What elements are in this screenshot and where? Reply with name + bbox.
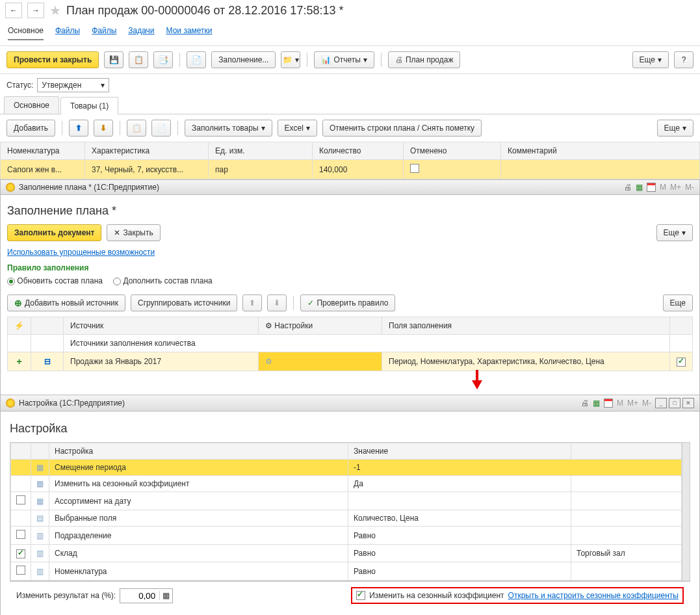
setting-row[interactable]: ▦ Изменить на сезонный коэффициент Да [11,476,682,492]
minimize-button[interactable]: _ [655,398,667,408]
col-cancelled[interactable]: Отменено [404,142,501,160]
col-setting-value[interactable]: Значение [348,443,571,460]
move-up-button[interactable]: ⬆ [69,120,88,137]
copy-row-button[interactable]: 📋 [127,120,146,137]
source-name[interactable]: Продажи за Январь 2017 [64,352,259,371]
setting-checkbox[interactable] [16,566,25,575]
m-plus-button[interactable]: M+ [670,183,681,192]
cell-char[interactable]: 37, Черный, 7, искусств... [85,160,209,179]
calc-icon[interactable]: ▦ [636,183,643,192]
copy-button[interactable]: 📑 [153,51,173,68]
m-plus-button[interactable]: M+ [627,399,638,408]
m-button[interactable]: M [617,399,623,408]
col-num[interactable]: ⚡ [8,317,31,335]
post-button[interactable]: 📋 [129,51,148,68]
paste-row-button[interactable]: 📄 [151,120,171,137]
setting-row[interactable]: ▦ Смещение периода -1 [11,460,682,476]
add-source-button[interactable]: ⊕ Добавить новый источник [7,294,125,311]
setting-checkbox[interactable] [16,549,25,558]
fill-button[interactable]: Заполнение... [211,51,276,68]
setting-row[interactable]: ▥ Склад Равно Торговый зал [11,545,682,562]
cell-comment[interactable] [501,160,700,179]
calc-icon[interactable]: ▦ [593,399,600,408]
setting-row[interactable]: ▦ Ассортимент на дату [11,492,682,510]
col-char[interactable]: Характеристика [85,142,209,160]
add-row-button[interactable]: Добавить [6,120,55,137]
based-on-button[interactable]: 📁 ▾ [281,51,300,68]
status-combo[interactable]: Утвержден▾ [37,78,109,92]
col-source[interactable]: Источник [64,317,259,335]
fill-goods-button[interactable]: Заполнить товары ▾ [185,120,272,137]
help-button[interactable]: ? [674,51,694,68]
post-and-close-button[interactable]: Провести и закрыть [6,51,99,68]
src-up-button[interactable]: ⬆ [242,294,262,311]
simple-mode-link[interactable]: Использовать упрощенные возможности [7,248,155,257]
collapse-icon[interactable]: ⊟ [44,357,51,366]
print-plan-button[interactable]: 🖨 План продаж [388,51,461,68]
col-qty[interactable]: Количество [313,142,404,160]
print-icon[interactable]: 🖨 [581,399,589,408]
radio-update[interactable]: Обновить состав плана [7,276,103,285]
cell-nomen[interactable]: Сапоги жен в... [1,160,85,179]
col-comment[interactable]: Комментарий [501,142,700,160]
source-checkbox[interactable] [677,358,686,367]
setting-checkbox[interactable] [16,530,25,539]
section-main[interactable]: Основное [8,26,44,40]
col-nomen[interactable]: Номенклатура [1,142,85,160]
spinner-icon[interactable]: ▦ [159,591,172,600]
src-down-button[interactable]: ⬇ [267,294,287,311]
group-sources-button[interactable]: Сгруппировать источники [131,294,237,311]
close-button[interactable]: ✕ [682,398,694,408]
setting-row[interactable]: ▥ Подразделение Равно [11,527,682,545]
list-button[interactable]: 📄 [187,51,206,68]
setting-checkbox[interactable] [16,495,25,504]
expand-icon[interactable]: + [16,356,21,367]
open-season-link[interactable]: Открыть и настроить сезонные коэффициент… [508,591,679,600]
cell-cancelled[interactable] [404,160,501,179]
section-files-2[interactable]: Файлы [92,26,116,40]
reports-button[interactable]: 📊 Отчеты ▾ [314,51,374,68]
calendar-icon[interactable] [647,183,656,192]
save-button[interactable]: 💾 [104,51,123,68]
col-expand[interactable] [31,317,64,335]
radio-append[interactable]: Дополнить состав плана [113,276,213,285]
season-checkbox[interactable] [356,591,365,600]
section-notes[interactable]: Мои заметки [166,26,213,40]
nav-forward-button[interactable]: → [27,3,44,18]
col-check[interactable] [670,317,693,335]
source-group-row[interactable]: Источники заполнения количества [8,335,693,352]
close-modal-button[interactable]: ✕ Закрыть [107,224,160,241]
col-fields[interactable]: Поля заполнения [382,317,670,335]
setting-row[interactable]: ▥ Номенклатура Равно [11,562,682,581]
goods-more-button[interactable]: Еще ▾ [657,120,694,137]
section-tasks[interactable]: Задачи [128,26,154,40]
section-files-1[interactable]: Файлы [55,26,80,40]
goods-row[interactable]: Сапоги жен в... 37, Черный, 7, искусств.… [1,160,700,179]
move-down-button[interactable]: ⬇ [94,120,113,137]
cell-qty[interactable]: 140,000 [313,160,404,179]
m-button[interactable]: M [660,183,666,192]
more-button[interactable]: Еще ▾ [632,51,669,68]
source-settings-cell[interactable]: ⚙ [259,352,382,371]
check-rule-button[interactable]: ✓ Проверить правило [300,294,395,311]
tab-main[interactable]: Основное [4,96,59,114]
m-minus-button[interactable]: M- [642,399,651,408]
change-result-input[interactable] [120,589,159,603]
src-more-button[interactable]: Еще [663,294,693,311]
calendar-icon[interactable] [604,399,613,408]
fill-more-button[interactable]: Еще ▾ [656,224,693,241]
cell-unit[interactable]: пар [209,160,313,179]
m-minus-button[interactable]: M- [685,183,694,192]
maximize-button[interactable]: □ [669,398,681,408]
tab-goods[interactable]: Товары (1) [60,97,118,114]
col-setting-name[interactable]: Настройка [49,443,348,460]
fill-document-button[interactable]: Заполнить документ [7,224,101,241]
source-row[interactable]: + ⊟ Продажи за Январь 2017 ⚙ Период, Ном… [8,352,693,371]
col-unit[interactable]: Ед. изм. [209,142,313,160]
excel-button[interactable]: Excel ▾ [278,120,317,137]
col-settings[interactable]: ⚙ Настройки [259,317,382,335]
setting-row[interactable]: ▤ Выбранные поля Количество, Цена [11,510,682,527]
nav-back-button[interactable]: ← [5,3,22,18]
cancel-rows-button[interactable]: Отменить строки плана / Снять пометку [322,120,482,137]
favorite-star-icon[interactable]: ★ [49,3,61,18]
